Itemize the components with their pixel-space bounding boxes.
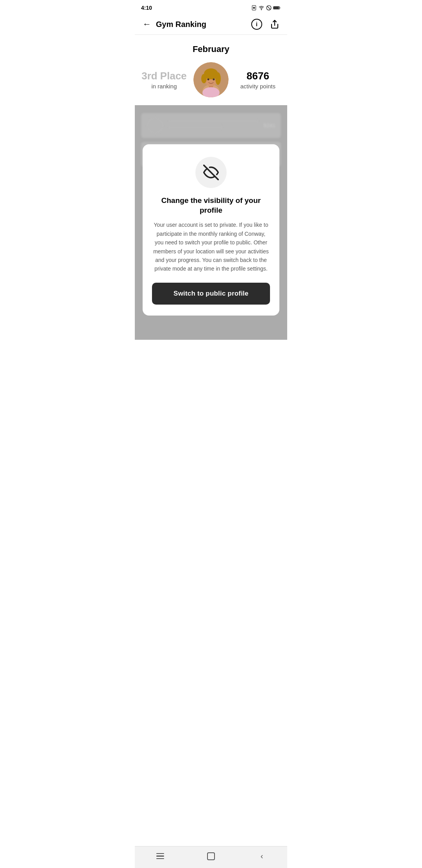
ranking-row: 3rd Place in ranking bbox=[141, 62, 281, 97]
share-icon bbox=[270, 20, 279, 29]
svg-rect-1 bbox=[253, 7, 255, 9]
svg-point-15 bbox=[207, 79, 209, 81]
blurred-text-1 bbox=[168, 119, 259, 132]
overlay-section: 9241 8990 Change the visibility of your … bbox=[135, 105, 287, 340]
month-title: February bbox=[141, 44, 281, 54]
back-button[interactable]: ← bbox=[141, 18, 153, 30]
battery-icon bbox=[273, 5, 281, 11]
app-bar-left: ← Gym Ranking bbox=[141, 18, 206, 30]
status-bar: 4:10 bbox=[135, 0, 287, 14]
sim-icon bbox=[251, 5, 257, 11]
wifi-icon bbox=[258, 5, 265, 11]
ranking-section: February 3rd Place in ranking bbox=[135, 35, 287, 105]
svg-point-14 bbox=[201, 74, 207, 83]
blurred-avatar-1 bbox=[147, 117, 164, 134]
mute-icon bbox=[266, 5, 272, 11]
hidden-eye-icon bbox=[203, 165, 219, 180]
points-number: 8676 bbox=[235, 70, 281, 82]
modal-body: Your user account is set to private. If … bbox=[152, 221, 270, 273]
modal-title: Change the visibility of your profile bbox=[152, 196, 270, 215]
share-button[interactable] bbox=[268, 18, 281, 30]
status-time: 4:10 bbox=[141, 5, 152, 11]
user-avatar-image bbox=[193, 62, 229, 97]
visibility-modal: Change the visibility of your profile Yo… bbox=[143, 144, 279, 316]
svg-point-16 bbox=[213, 79, 215, 81]
status-icons bbox=[251, 5, 281, 11]
blurred-row-1: 9241 bbox=[141, 113, 281, 138]
avatar bbox=[193, 62, 229, 97]
visibility-icon-container bbox=[195, 157, 227, 188]
switch-to-public-button[interactable]: Switch to public profile bbox=[152, 283, 270, 305]
points-label: activity points bbox=[235, 83, 281, 90]
back-arrow-icon: ← bbox=[143, 20, 151, 29]
info-button[interactable]: i bbox=[250, 17, 264, 31]
rank-label: in ranking bbox=[141, 83, 187, 90]
points-right: 8676 activity points bbox=[235, 70, 281, 90]
app-bar: ← Gym Ranking i bbox=[135, 14, 287, 35]
rank-place: 3rd Place bbox=[141, 70, 187, 82]
app-title: Gym Ranking bbox=[156, 20, 206, 29]
rank-left: 3rd Place in ranking bbox=[141, 70, 187, 90]
svg-rect-6 bbox=[274, 7, 279, 9]
info-icon: i bbox=[251, 19, 262, 30]
svg-line-4 bbox=[267, 6, 270, 9]
svg-point-13 bbox=[215, 72, 221, 85]
app-bar-right: i bbox=[250, 17, 281, 31]
svg-point-2 bbox=[261, 9, 261, 10]
